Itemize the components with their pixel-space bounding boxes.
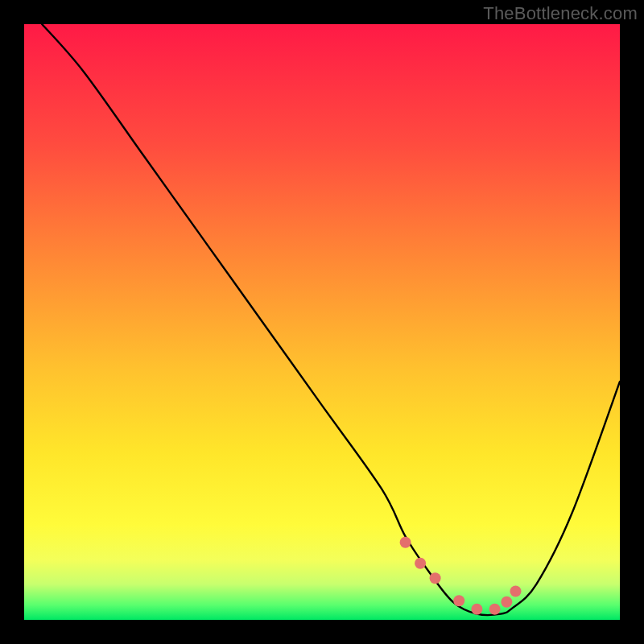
highlight-dot	[471, 604, 482, 615]
highlight-dot	[510, 585, 522, 597]
highlight-dot	[453, 595, 464, 606]
bottleneck-chart	[24, 24, 620, 620]
highlight-dot	[400, 537, 411, 548]
highlight-dot	[430, 572, 441, 584]
chart-container: TheBottleneck.com	[0, 0, 644, 644]
highlight-dot	[501, 597, 512, 608]
highlight-dot	[415, 558, 426, 569]
highlight-dot	[489, 604, 501, 615]
watermark-text: TheBottleneck.com	[483, 3, 638, 24]
